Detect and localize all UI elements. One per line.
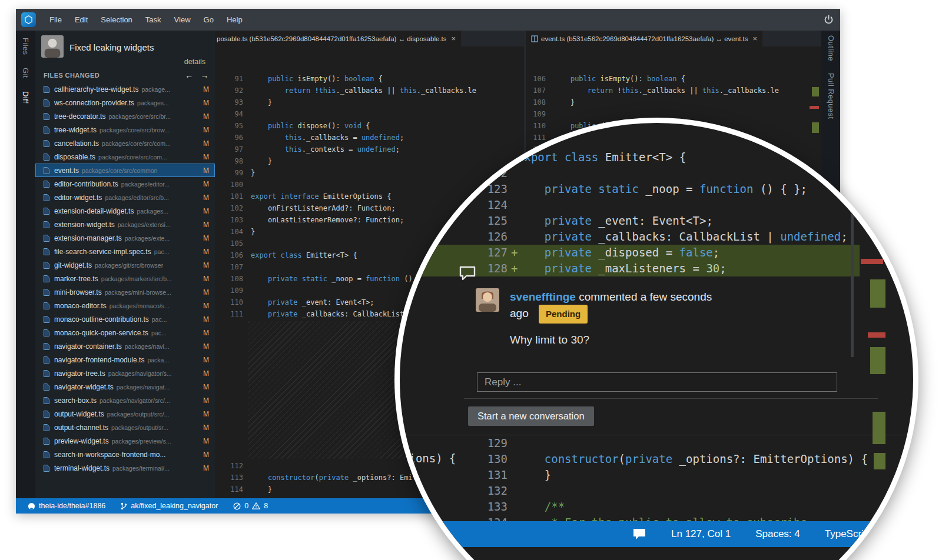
menu-help[interactable]: Help — [220, 9, 249, 31]
code-text: return !this._callbacks || this._callbac… — [553, 85, 779, 96]
review-comment-thread: svenefftinge commented a few seconds ago… — [400, 276, 913, 435]
line-number: 107 — [526, 85, 546, 96]
file-row[interactable]: extension-manager.tspackages/exte...M — [35, 231, 215, 245]
file-row[interactable]: search-in-workspace-frontend-mo...M — [35, 448, 215, 461]
code-text: export interface EmitterOptions { — [251, 191, 391, 202]
file-row[interactable]: extension-detail-widget.tspackages...M — [35, 204, 215, 218]
feedback-indicator[interactable] — [632, 528, 646, 540]
repo-indicator[interactable]: theia-ide/theia#1886 — [28, 502, 105, 510]
file-row[interactable]: marker-tree.tspackages/markers/src/b...M — [35, 272, 215, 285]
panel-tab-outline[interactable]: Outline — [827, 35, 835, 61]
file-row[interactable]: navigator-container.tspackages/navi...M — [35, 339, 215, 353]
menu-view[interactable]: View — [168, 9, 197, 31]
reply-input[interactable] — [477, 372, 837, 392]
errors-icon — [233, 502, 241, 510]
file-name: callhierarchy-tree-widget.ts — [54, 85, 138, 94]
file-name: search-in-workspace-frontend-mo... — [54, 451, 165, 459]
power-icon[interactable] — [824, 15, 834, 25]
file-row[interactable]: git-widget.tspackages/git/src/browserM — [35, 258, 215, 272]
file-path: packages/terminal/... — [112, 465, 170, 472]
activity-tab-files[interactable]: Files — [21, 38, 30, 55]
file-row[interactable]: event.tspackages/core/src/commonM — [35, 164, 215, 177]
file-row[interactable]: disposable.tspackages/core/src/com...M — [35, 150, 215, 164]
diff-ruler-mark — [874, 453, 885, 469]
file-name: cancellation.ts — [54, 139, 99, 148]
tab-event[interactable]: event.ts (b531e562c2969d804844472d01ffa1… — [526, 31, 762, 46]
tab-bar: posable.ts (b531e562c2969d804844472d01ff… — [215, 31, 524, 46]
file-path: packages/git/src/browser — [95, 262, 163, 269]
file-row[interactable]: cancellation.tspackages/core/src/com...M — [35, 136, 215, 150]
file-row[interactable]: mini-browser.tspackages/mini-browse...M — [35, 285, 215, 299]
scrollbar[interactable] — [851, 199, 854, 357]
file-name: monaco-outline-contribution.ts — [54, 315, 149, 324]
file-row[interactable]: callhierarchy-tree-widget.tspackage...M — [35, 82, 215, 96]
language-indicator[interactable]: TypeScript — [825, 528, 872, 540]
file-row[interactable]: tree-widget.tspackages/core/src/brow...M — [35, 123, 215, 136]
file-status-badge: M — [200, 207, 209, 215]
branch-label: ak/fixed_leaking_navigator — [131, 502, 218, 510]
file-row[interactable]: editor-widget.tspackages/editor/src/b...… — [35, 191, 215, 204]
file-row[interactable]: tree-decorator.tspackages/core/src/br...… — [35, 109, 215, 123]
tab-disposable[interactable]: posable.ts (b531e562c2969d804844472d01ff… — [215, 31, 461, 46]
file-name: extension-detail-widget.ts — [54, 207, 134, 215]
file-row[interactable]: editor-contribution.tspackages/editor...… — [35, 177, 215, 191]
close-icon[interactable]: × — [752, 34, 757, 43]
cursor-position[interactable]: Ln 127, Col 1 — [671, 528, 731, 540]
code-text: private _callbacks: CallbackList | undef… — [518, 230, 848, 243]
file-status-badge: M — [200, 451, 209, 459]
file-row[interactable]: ws-connection-provider.tspackages...M — [35, 96, 215, 109]
ts-file-icon — [43, 194, 51, 202]
code-line: 92 return !this._callbacks || this._call… — [215, 85, 524, 96]
file-row[interactable]: monaco-outline-contribution.tspac...M — [35, 312, 215, 326]
start-conversation-button[interactable]: Start a new conversation — [468, 406, 594, 426]
magnified-status-bar: Ln 127, Col 1 Spaces: 4 TypeScript — [400, 521, 913, 547]
file-name: preview-widget.ts — [54, 437, 109, 445]
line-number: 109 — [215, 285, 243, 296]
comment-author-link[interactable]: svenefftinge — [510, 291, 576, 303]
file-row[interactable]: file-search-service-impl.spec.tspac...M — [35, 245, 215, 258]
ts-file-icon — [43, 248, 51, 256]
branch-indicator[interactable]: ak/fixed_leaking_navigator — [121, 502, 218, 510]
line-number: 108 — [526, 96, 546, 108]
file-row[interactable]: extension-widget.tspackages/extensi...M — [35, 218, 215, 231]
file-row[interactable]: monaco-quick-open-service.tspac...M — [35, 326, 215, 339]
ts-file-icon — [43, 437, 51, 445]
file-path: packages/editor... — [121, 181, 170, 188]
file-path: packages/exte... — [125, 235, 170, 242]
menu-edit[interactable]: Edit — [68, 9, 94, 31]
code-line: 91 public isEmpty(): boolean { — [215, 73, 524, 85]
line-number: 104 — [215, 226, 243, 238]
prev-file-arrow[interactable]: ← — [185, 71, 193, 80]
file-row[interactable]: monaco-editor.tspackages/monaco/s...M — [35, 299, 215, 312]
file-row[interactable]: navigator-tree.tspackages/navigator/s...… — [35, 366, 215, 380]
theia-logo-icon — [24, 15, 33, 24]
file-row[interactable]: navigator-frontend-module.tspacka...M — [35, 353, 215, 366]
ts-file-icon — [43, 464, 51, 472]
menu-go[interactable]: Go — [197, 9, 220, 31]
close-icon[interactable]: × — [451, 34, 456, 43]
line-number: 110 — [526, 120, 546, 132]
file-row[interactable]: terminal-widget.tspackages/terminal/...M — [35, 461, 215, 475]
problems-indicator[interactable]: 0 8 — [233, 502, 268, 510]
file-row[interactable]: preview-widget.tspackages/preview/s...M — [35, 434, 215, 448]
activity-tab-diff[interactable]: Diff — [21, 91, 30, 104]
file-row[interactable]: navigator-widget.tspackages/navigat...M — [35, 380, 215, 394]
menu-file[interactable]: File — [43, 9, 68, 31]
file-row[interactable]: output-widget.tspackages/output/src/...M — [35, 407, 215, 421]
details-link[interactable]: details — [184, 58, 205, 66]
menu-selection[interactable]: Selection — [94, 9, 138, 31]
code-line: 126 private _callbacks: CallbackList | u… — [400, 229, 913, 245]
next-file-arrow[interactable]: → — [201, 71, 209, 80]
app-logo-icon[interactable] — [21, 12, 36, 27]
indentation-indicator[interactable]: Spaces: 4 — [755, 528, 800, 540]
file-row[interactable]: search-box.tspackages/navigator/src/...M — [35, 394, 215, 407]
panel-tab-pull-request[interactable]: Pull Request — [827, 73, 835, 119]
code-text: private static _noop = function () { }; — [518, 182, 807, 195]
file-status-badge: M — [200, 424, 209, 432]
file-row[interactable]: output-channel.tspackages/output/sr...M — [35, 421, 215, 434]
file-status-badge: M — [200, 126, 209, 134]
file-path: packages/editor/src/b... — [105, 194, 169, 201]
line-number: 98 — [215, 155, 243, 167]
menu-task[interactable]: Task — [139, 9, 168, 31]
activity-tab-git[interactable]: Git — [21, 68, 30, 78]
